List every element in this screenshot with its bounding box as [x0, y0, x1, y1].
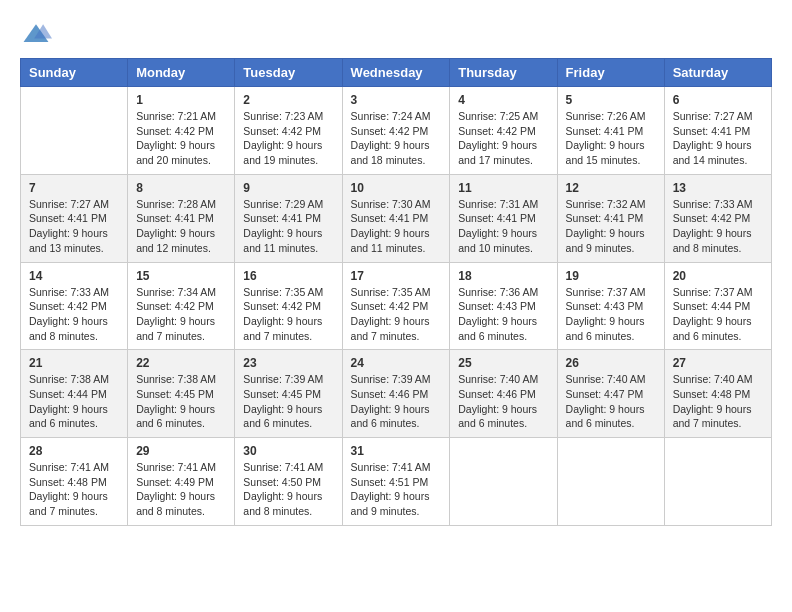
weekday-header: Thursday: [450, 59, 557, 87]
day-info: Sunrise: 7:36 AM Sunset: 4:43 PM Dayligh…: [458, 285, 548, 344]
calendar-day-cell: [450, 438, 557, 526]
day-info: Sunrise: 7:41 AM Sunset: 4:50 PM Dayligh…: [243, 460, 333, 519]
day-info: Sunrise: 7:41 AM Sunset: 4:49 PM Dayligh…: [136, 460, 226, 519]
calendar-day-cell: 27Sunrise: 7:40 AM Sunset: 4:48 PM Dayli…: [664, 350, 771, 438]
calendar-day-cell: 29Sunrise: 7:41 AM Sunset: 4:49 PM Dayli…: [128, 438, 235, 526]
day-number: 29: [136, 444, 226, 458]
calendar-header: SundayMondayTuesdayWednesdayThursdayFrid…: [21, 59, 772, 87]
calendar-day-cell: 18Sunrise: 7:36 AM Sunset: 4:43 PM Dayli…: [450, 262, 557, 350]
day-number: 21: [29, 356, 119, 370]
day-number: 23: [243, 356, 333, 370]
day-number: 9: [243, 181, 333, 195]
day-info: Sunrise: 7:25 AM Sunset: 4:42 PM Dayligh…: [458, 109, 548, 168]
day-number: 2: [243, 93, 333, 107]
calendar-week-row: 21Sunrise: 7:38 AM Sunset: 4:44 PM Dayli…: [21, 350, 772, 438]
day-info: Sunrise: 7:41 AM Sunset: 4:48 PM Dayligh…: [29, 460, 119, 519]
calendar-day-cell: 15Sunrise: 7:34 AM Sunset: 4:42 PM Dayli…: [128, 262, 235, 350]
day-number: 10: [351, 181, 442, 195]
weekday-header: Monday: [128, 59, 235, 87]
weekday-header: Sunday: [21, 59, 128, 87]
day-info: Sunrise: 7:27 AM Sunset: 4:41 PM Dayligh…: [29, 197, 119, 256]
calendar-day-cell: 10Sunrise: 7:30 AM Sunset: 4:41 PM Dayli…: [342, 174, 450, 262]
day-info: Sunrise: 7:35 AM Sunset: 4:42 PM Dayligh…: [351, 285, 442, 344]
day-info: Sunrise: 7:32 AM Sunset: 4:41 PM Dayligh…: [566, 197, 656, 256]
day-number: 18: [458, 269, 548, 283]
day-number: 12: [566, 181, 656, 195]
calendar-day-cell: 14Sunrise: 7:33 AM Sunset: 4:42 PM Dayli…: [21, 262, 128, 350]
calendar-day-cell: 19Sunrise: 7:37 AM Sunset: 4:43 PM Dayli…: [557, 262, 664, 350]
logo-icon: [20, 20, 52, 48]
day-number: 13: [673, 181, 763, 195]
logo: [20, 20, 56, 48]
day-info: Sunrise: 7:29 AM Sunset: 4:41 PM Dayligh…: [243, 197, 333, 256]
calendar-day-cell: 9Sunrise: 7:29 AM Sunset: 4:41 PM Daylig…: [235, 174, 342, 262]
day-number: 7: [29, 181, 119, 195]
day-info: Sunrise: 7:23 AM Sunset: 4:42 PM Dayligh…: [243, 109, 333, 168]
day-number: 3: [351, 93, 442, 107]
day-number: 30: [243, 444, 333, 458]
calendar-week-row: 1Sunrise: 7:21 AM Sunset: 4:42 PM Daylig…: [21, 87, 772, 175]
calendar-day-cell: 23Sunrise: 7:39 AM Sunset: 4:45 PM Dayli…: [235, 350, 342, 438]
day-number: 1: [136, 93, 226, 107]
calendar-day-cell: 4Sunrise: 7:25 AM Sunset: 4:42 PM Daylig…: [450, 87, 557, 175]
calendar-day-cell: 12Sunrise: 7:32 AM Sunset: 4:41 PM Dayli…: [557, 174, 664, 262]
header: [20, 20, 772, 48]
day-info: Sunrise: 7:30 AM Sunset: 4:41 PM Dayligh…: [351, 197, 442, 256]
calendar-day-cell: 8Sunrise: 7:28 AM Sunset: 4:41 PM Daylig…: [128, 174, 235, 262]
day-number: 25: [458, 356, 548, 370]
calendar-day-cell: 17Sunrise: 7:35 AM Sunset: 4:42 PM Dayli…: [342, 262, 450, 350]
calendar-body: 1Sunrise: 7:21 AM Sunset: 4:42 PM Daylig…: [21, 87, 772, 526]
weekday-header: Saturday: [664, 59, 771, 87]
day-number: 24: [351, 356, 442, 370]
day-info: Sunrise: 7:27 AM Sunset: 4:41 PM Dayligh…: [673, 109, 763, 168]
day-number: 17: [351, 269, 442, 283]
day-number: 5: [566, 93, 656, 107]
calendar-day-cell: [21, 87, 128, 175]
day-info: Sunrise: 7:41 AM Sunset: 4:51 PM Dayligh…: [351, 460, 442, 519]
calendar-day-cell: 6Sunrise: 7:27 AM Sunset: 4:41 PM Daylig…: [664, 87, 771, 175]
day-number: 16: [243, 269, 333, 283]
day-number: 4: [458, 93, 548, 107]
day-number: 27: [673, 356, 763, 370]
calendar-day-cell: 5Sunrise: 7:26 AM Sunset: 4:41 PM Daylig…: [557, 87, 664, 175]
day-info: Sunrise: 7:37 AM Sunset: 4:43 PM Dayligh…: [566, 285, 656, 344]
day-info: Sunrise: 7:40 AM Sunset: 4:47 PM Dayligh…: [566, 372, 656, 431]
day-number: 20: [673, 269, 763, 283]
day-info: Sunrise: 7:24 AM Sunset: 4:42 PM Dayligh…: [351, 109, 442, 168]
day-number: 19: [566, 269, 656, 283]
calendar-day-cell: 16Sunrise: 7:35 AM Sunset: 4:42 PM Dayli…: [235, 262, 342, 350]
day-info: Sunrise: 7:21 AM Sunset: 4:42 PM Dayligh…: [136, 109, 226, 168]
weekday-header: Friday: [557, 59, 664, 87]
day-number: 26: [566, 356, 656, 370]
day-info: Sunrise: 7:38 AM Sunset: 4:45 PM Dayligh…: [136, 372, 226, 431]
calendar-day-cell: 1Sunrise: 7:21 AM Sunset: 4:42 PM Daylig…: [128, 87, 235, 175]
calendar-day-cell: 13Sunrise: 7:33 AM Sunset: 4:42 PM Dayli…: [664, 174, 771, 262]
calendar-day-cell: 31Sunrise: 7:41 AM Sunset: 4:51 PM Dayli…: [342, 438, 450, 526]
calendar-day-cell: 25Sunrise: 7:40 AM Sunset: 4:46 PM Dayli…: [450, 350, 557, 438]
day-number: 28: [29, 444, 119, 458]
calendar-day-cell: 26Sunrise: 7:40 AM Sunset: 4:47 PM Dayli…: [557, 350, 664, 438]
calendar-day-cell: 2Sunrise: 7:23 AM Sunset: 4:42 PM Daylig…: [235, 87, 342, 175]
weekday-row: SundayMondayTuesdayWednesdayThursdayFrid…: [21, 59, 772, 87]
day-info: Sunrise: 7:39 AM Sunset: 4:46 PM Dayligh…: [351, 372, 442, 431]
calendar-day-cell: 21Sunrise: 7:38 AM Sunset: 4:44 PM Dayli…: [21, 350, 128, 438]
calendar-day-cell: 22Sunrise: 7:38 AM Sunset: 4:45 PM Dayli…: [128, 350, 235, 438]
calendar-day-cell: 28Sunrise: 7:41 AM Sunset: 4:48 PM Dayli…: [21, 438, 128, 526]
day-info: Sunrise: 7:39 AM Sunset: 4:45 PM Dayligh…: [243, 372, 333, 431]
calendar-week-row: 14Sunrise: 7:33 AM Sunset: 4:42 PM Dayli…: [21, 262, 772, 350]
day-info: Sunrise: 7:40 AM Sunset: 4:48 PM Dayligh…: [673, 372, 763, 431]
day-info: Sunrise: 7:35 AM Sunset: 4:42 PM Dayligh…: [243, 285, 333, 344]
day-number: 31: [351, 444, 442, 458]
day-number: 11: [458, 181, 548, 195]
day-info: Sunrise: 7:40 AM Sunset: 4:46 PM Dayligh…: [458, 372, 548, 431]
calendar-day-cell: [557, 438, 664, 526]
calendar-day-cell: [664, 438, 771, 526]
weekday-header: Wednesday: [342, 59, 450, 87]
day-info: Sunrise: 7:31 AM Sunset: 4:41 PM Dayligh…: [458, 197, 548, 256]
day-info: Sunrise: 7:34 AM Sunset: 4:42 PM Dayligh…: [136, 285, 226, 344]
day-number: 6: [673, 93, 763, 107]
day-number: 22: [136, 356, 226, 370]
calendar-table: SundayMondayTuesdayWednesdayThursdayFrid…: [20, 58, 772, 526]
day-info: Sunrise: 7:38 AM Sunset: 4:44 PM Dayligh…: [29, 372, 119, 431]
calendar-day-cell: 20Sunrise: 7:37 AM Sunset: 4:44 PM Dayli…: [664, 262, 771, 350]
